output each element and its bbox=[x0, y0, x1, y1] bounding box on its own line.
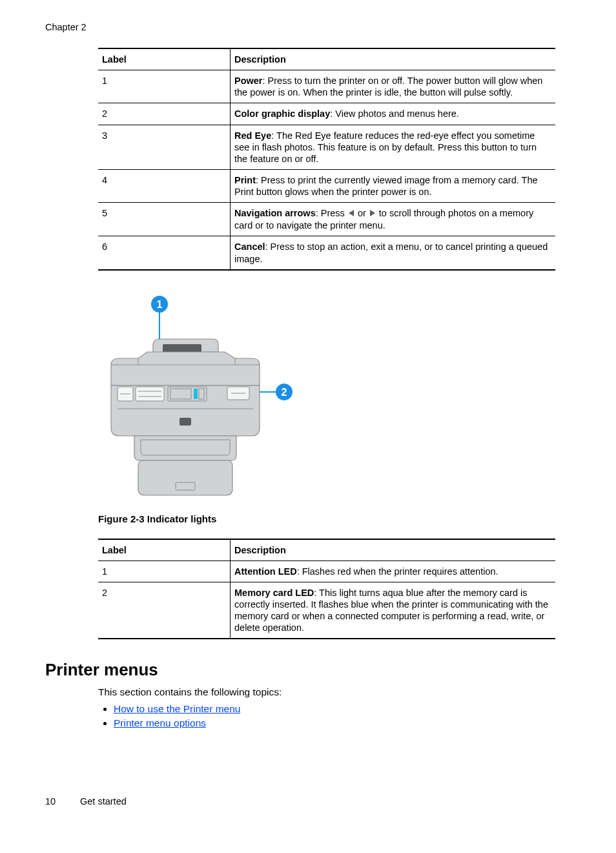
list-item: Printer menu options bbox=[114, 717, 557, 729]
table-row: 2 Color graphic display: View photos and… bbox=[98, 103, 555, 125]
svg-text:2: 2 bbox=[282, 386, 287, 397]
table-row: 1 Power: Press to turn the printer on or… bbox=[98, 70, 555, 103]
col-header-desc: Description bbox=[231, 48, 556, 70]
table-row: 6 Cancel: Press to stop an action, exit … bbox=[98, 236, 555, 270]
table-row: 4 Print: Press to print the currently vi… bbox=[98, 169, 555, 202]
table-row: 2 Memory card LED: This light turns aqua… bbox=[98, 582, 555, 639]
svg-rect-21 bbox=[180, 418, 191, 426]
footer-title: Get started bbox=[80, 796, 127, 807]
printer-figure: 1 2 bbox=[98, 289, 305, 508]
topic-list: How to use the Printer menu Printer menu… bbox=[98, 703, 557, 729]
col-header-desc: Description bbox=[231, 539, 556, 561]
svg-rect-12 bbox=[136, 387, 164, 401]
table-row: 1 Attention LED: Flashes red when the pr… bbox=[98, 560, 555, 582]
svg-marker-1 bbox=[370, 210, 375, 216]
arrow-left-icon bbox=[347, 208, 355, 220]
control-panel-table: Label Description 1 Power: Press to turn… bbox=[98, 48, 555, 271]
section-intro: This section contains the following topi… bbox=[98, 686, 557, 698]
page-footer: 10 Get started bbox=[45, 796, 127, 807]
arrow-right-icon bbox=[369, 208, 376, 220]
table-row: 5 Navigation arrows: Press or to scroll … bbox=[98, 203, 555, 236]
col-header-label: Label bbox=[98, 48, 231, 70]
indicator-lights-table: Label Description 1 Attention LED: Flash… bbox=[98, 539, 555, 640]
svg-rect-17 bbox=[194, 389, 198, 399]
link-how-to-use[interactable]: How to use the Printer menu bbox=[114, 703, 240, 714]
figure-caption: Figure 2-3 Indicator lights bbox=[98, 513, 557, 524]
page-number: 10 bbox=[45, 796, 77, 807]
svg-text:1: 1 bbox=[157, 298, 163, 309]
table-row: 3 Red Eye: The Red Eye feature reduces t… bbox=[98, 125, 555, 169]
col-header-label: Label bbox=[98, 539, 231, 561]
svg-marker-0 bbox=[349, 210, 354, 216]
section-heading: Printer menus bbox=[45, 660, 557, 680]
link-menu-options[interactable]: Printer menu options bbox=[114, 717, 206, 728]
chapter-label: Chapter 2 bbox=[45, 22, 557, 32]
list-item: How to use the Printer menu bbox=[114, 703, 557, 715]
